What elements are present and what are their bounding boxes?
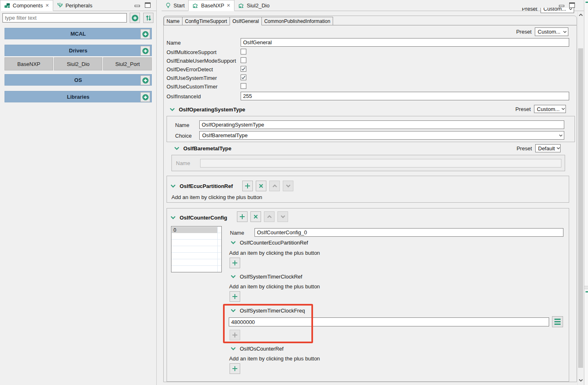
left-tabbar: Components ✕ Peripherals bbox=[0, 0, 156, 11]
name-input[interactable] bbox=[241, 38, 569, 47]
add-library-button[interactable] bbox=[140, 92, 150, 102]
counterconfig-groupbox: OsIfCounterConfig 0 Name OsIfCounterEcuc… bbox=[167, 208, 569, 382]
systemtimerclockfreq-add-button-disabled[interactable] bbox=[230, 330, 240, 340]
counterconfig-add-button[interactable] bbox=[237, 211, 248, 222]
usesystemtimer-checkbox[interactable] bbox=[241, 75, 246, 80]
tab-basenxp[interactable]: BaseNXP ✕ bbox=[188, 0, 234, 11]
accordion-os[interactable]: OS bbox=[5, 74, 152, 86]
filter-input[interactable] bbox=[2, 13, 127, 23]
add-mcal-button[interactable] bbox=[140, 29, 150, 39]
ecucpartitionref-add-button[interactable] bbox=[242, 181, 253, 191]
oscounterref-add-button[interactable] bbox=[230, 363, 240, 374]
subtab-name[interactable]: Name bbox=[164, 17, 182, 25]
driver-item-siul2-dio[interactable]: Siul2_Dio bbox=[54, 57, 103, 70]
systemtimerclockfreq-input[interactable] bbox=[229, 317, 549, 326]
editor-panel: Start BaseNXP ✕ Siul2_Dio Preset Custom.… bbox=[162, 0, 584, 385]
collapse-chevron-icon[interactable] bbox=[170, 184, 176, 188]
add-os-button[interactable] bbox=[140, 75, 150, 85]
ecucpartitionref-move-up-button[interactable] bbox=[269, 181, 280, 191]
preset-operatingsystemtype-dropdown[interactable]: Custom... bbox=[534, 105, 566, 113]
chevron-down-icon bbox=[569, 8, 572, 10]
ostype-choice-dropdown[interactable]: OsIfBaremetalType bbox=[199, 131, 564, 140]
panel-edge-marker-icon bbox=[586, 291, 588, 292]
minimize-left-panel-button[interactable] bbox=[135, 5, 140, 7]
counterconfig-list-item[interactable]: 0 bbox=[172, 227, 217, 233]
driver-item-siul2-port[interactable]: Siul2_Port bbox=[103, 57, 152, 70]
tab-components[interactable]: Components ✕ bbox=[0, 0, 53, 11]
baremetal-name-input bbox=[200, 159, 561, 168]
chevron-down-icon bbox=[556, 147, 560, 149]
maximize-left-panel-button[interactable] bbox=[145, 2, 151, 8]
collapse-chevron-icon[interactable] bbox=[174, 147, 180, 150]
collapse-chevron-icon[interactable] bbox=[230, 275, 236, 279]
tab-peripherals-label: Peripherals bbox=[65, 2, 92, 9]
usermode-checkbox[interactable] bbox=[241, 57, 246, 63]
scroll-down-button[interactable] bbox=[578, 377, 583, 383]
collapse-chevron-icon[interactable] bbox=[230, 347, 236, 351]
counterecucpartitionref-add-button[interactable] bbox=[230, 258, 240, 268]
section-title-systemtimerclockfreq: OsIfSystemTimerClockFreq bbox=[240, 308, 305, 314]
chevron-up-icon bbox=[267, 215, 272, 218]
collapse-chevron-icon[interactable] bbox=[230, 241, 236, 245]
ecucpartitionref-move-down-button[interactable] bbox=[283, 181, 293, 191]
tab-start[interactable]: Start bbox=[162, 0, 188, 11]
field-label-name: Name bbox=[167, 40, 181, 46]
maximize-editor-button[interactable] bbox=[569, 2, 575, 8]
editor-vertical-scrollbar[interactable] bbox=[577, 11, 583, 385]
peripherals-icon bbox=[57, 2, 63, 9]
multicore-checkbox[interactable] bbox=[241, 49, 246, 54]
systemtimerclockref-hint: Add an item by clicking the plus button bbox=[229, 283, 320, 290]
section-title-systemtimerclockref: OsIfSystemTimerClockRef bbox=[240, 274, 302, 280]
components-icon bbox=[4, 3, 10, 9]
scroll-up-button[interactable] bbox=[578, 11, 583, 18]
ecucpartitionref-remove-button[interactable] bbox=[256, 181, 266, 191]
collapse-chevron-icon[interactable] bbox=[170, 216, 176, 220]
deverrordetect-checkbox[interactable] bbox=[241, 66, 246, 72]
field-label-usermode: OsIfEnableUserModeSupport bbox=[167, 58, 236, 64]
field-label-usesystemtimer: OsIfUseSystemTimer bbox=[167, 75, 217, 81]
add-component-button[interactable] bbox=[130, 13, 140, 23]
systemtimerclockref-add-button[interactable] bbox=[230, 291, 240, 302]
ecucpartitionref-groupbox: OsIfEcucPartitionRef Add an item by clic… bbox=[167, 176, 569, 203]
tab-start-label: Start bbox=[173, 2, 185, 9]
sort-components-button[interactable] bbox=[143, 13, 153, 23]
minimize-editor-button[interactable] bbox=[559, 5, 564, 7]
instanceid-input[interactable] bbox=[241, 92, 569, 100]
counterconfig-remove-button[interactable] bbox=[250, 211, 261, 222]
preset-baremetaltype-dropdown[interactable]: Default bbox=[535, 144, 561, 152]
ostype-name-input[interactable] bbox=[199, 120, 564, 129]
accordion-drivers[interactable]: Drivers bbox=[5, 45, 152, 56]
tab-basenxp-close-icon[interactable]: ✕ bbox=[227, 3, 230, 8]
right-panel-edge bbox=[584, 0, 588, 385]
tab-siul2-dio[interactable]: Siul2_Dio bbox=[234, 0, 273, 11]
tab-peripherals[interactable]: Peripherals bbox=[53, 0, 96, 11]
counterconfig-list[interactable]: 0 bbox=[171, 226, 222, 272]
preset-top-dropdown[interactable]: Custom... bbox=[541, 8, 574, 13]
section-title-operatingsystemtype: OsIfOperatingSystemType bbox=[179, 106, 245, 113]
preset-general-dropdown[interactable]: Custom... bbox=[535, 27, 568, 36]
add-driver-button[interactable] bbox=[140, 46, 150, 56]
field-label-counter-name: Name bbox=[230, 230, 244, 236]
preset-top-value: Custom... bbox=[543, 8, 566, 12]
usecustomtimer-checkbox[interactable] bbox=[241, 83, 246, 89]
counterconfig-move-up-button[interactable] bbox=[264, 211, 275, 222]
collapse-chevron-icon[interactable] bbox=[230, 309, 236, 313]
counter-name-input[interactable] bbox=[255, 228, 563, 237]
tab-components-close-icon[interactable]: ✕ bbox=[45, 3, 49, 8]
systemtimerclockfreq-menu-button[interactable] bbox=[552, 316, 563, 327]
counterconfig-move-down-button[interactable] bbox=[277, 211, 288, 222]
accordion-libraries[interactable]: Libraries bbox=[5, 91, 152, 102]
subtab-configtimesupport[interactable]: ConfigTimeSupport bbox=[182, 17, 230, 25]
scrollbar-thumb[interactable] bbox=[578, 48, 583, 368]
driver-item-basenxp[interactable]: BaseNXP bbox=[5, 57, 53, 70]
subtab-commonpublishedinformation[interactable]: CommonPublishedInformation bbox=[261, 17, 333, 25]
plus-icon bbox=[232, 332, 238, 338]
x-icon bbox=[258, 183, 264, 189]
chevron-down-icon bbox=[579, 379, 583, 382]
accordion-mcal[interactable]: MCAL bbox=[5, 28, 152, 39]
subtab-osifgeneral[interactable]: OsIfGeneral bbox=[230, 17, 261, 25]
form-subtabs: Name ConfigTimeSupport OsIfGeneral Commo… bbox=[164, 17, 577, 25]
oscounterref-hint: Add an item by clicking the plus button bbox=[229, 356, 320, 362]
chevron-down-icon bbox=[563, 31, 567, 33]
collapse-chevron-icon[interactable] bbox=[169, 108, 175, 111]
